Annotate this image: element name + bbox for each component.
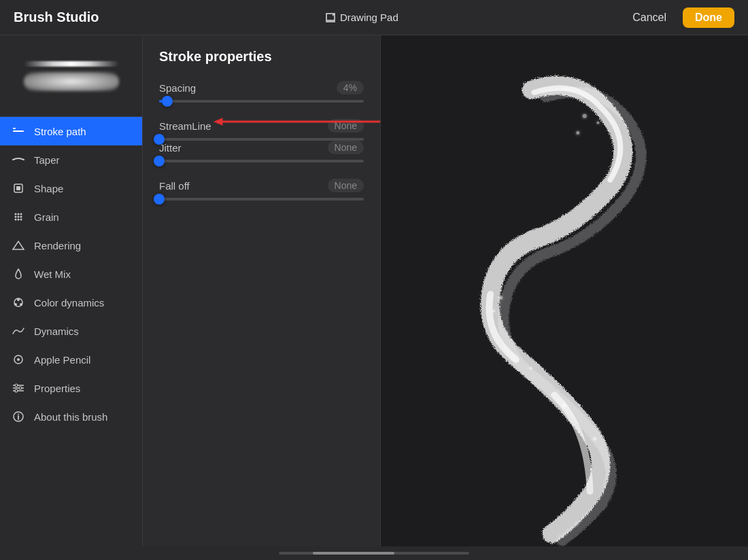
- sidebar-item-apple-pencil[interactable]: Apple Pencil: [0, 345, 142, 374]
- streamline-header: StreamLine None: [159, 119, 364, 133]
- svg-point-16: [20, 303, 22, 306]
- wet-mix-icon: [11, 266, 26, 281]
- sidebar-item-label-color-dynamics: Color dynamics: [34, 297, 104, 309]
- sidebar-item-dynamics[interactable]: Dynamics: [0, 317, 142, 345]
- sidebar-item-label-grain: Grain: [34, 211, 59, 223]
- brush-stroke-thick-preview: [24, 72, 119, 91]
- header-actions: Cancel Done: [624, 7, 734, 28]
- svg-point-8: [18, 216, 20, 218]
- jitter-slider-track[interactable]: [159, 160, 364, 162]
- svg-point-25: [15, 389, 18, 392]
- jitter-property: Jitter None: [159, 141, 364, 162]
- sidebar-item-label-properties: Properties: [34, 383, 80, 394]
- svg-point-6: [20, 213, 22, 215]
- svg-point-7: [15, 216, 17, 218]
- sidebar-item-shape[interactable]: Shape: [0, 174, 142, 203]
- streamline-value: None: [328, 119, 364, 133]
- sidebar-item-label-about: About this brush: [34, 411, 107, 423]
- main-layout: Stroke path Taper Sha: [0, 35, 748, 546]
- svg-point-11: [18, 219, 20, 221]
- sidebar-item-properties[interactable]: Properties: [0, 374, 142, 402]
- header: Brush Studio Drawing Pad Cancel Done: [0, 0, 748, 35]
- header-center: Drawing Pad: [317, 7, 407, 27]
- svg-point-10: [15, 219, 17, 221]
- falloff-header: Fall off None: [159, 179, 364, 192]
- sidebar-item-taper[interactable]: Taper: [0, 145, 142, 174]
- sidebar-item-grain[interactable]: Grain: [0, 203, 142, 231]
- drawing-pad-button[interactable]: Drawing Pad: [317, 7, 407, 27]
- content-title: Stroke properties: [159, 49, 364, 65]
- svg-point-4: [15, 213, 17, 215]
- sidebar-item-label-apple-pencil: Apple Pencil: [34, 354, 90, 366]
- sidebar-item-color-dynamics[interactable]: Color dynamics: [0, 288, 142, 317]
- horizontal-scrollbar-thumb[interactable]: [313, 552, 394, 555]
- sidebar-item-label-rendering: Rendering: [34, 240, 81, 251]
- falloff-slider-thumb[interactable]: [154, 194, 165, 205]
- color-dynamics-icon: [11, 295, 26, 310]
- drawing-pad-icon: [325, 12, 336, 23]
- spacing-label: Spacing: [159, 82, 196, 94]
- svg-point-38: [593, 437, 596, 440]
- svg-point-32: [596, 122, 599, 124]
- spacing-property: Spacing 4%: [159, 81, 364, 103]
- taper-icon: [11, 152, 26, 167]
- spacing-slider-thumb[interactable]: [162, 96, 173, 107]
- svg-point-23: [15, 384, 18, 387]
- svg-point-24: [19, 387, 22, 389]
- canvas-area[interactable]: [381, 35, 748, 546]
- horizontal-scrollbar-track[interactable]: [279, 552, 469, 555]
- brush-preview: [0, 35, 142, 117]
- svg-point-17: [14, 303, 17, 306]
- bottom-scrollbar-bar: [0, 546, 748, 560]
- spacing-header: Spacing 4%: [159, 81, 364, 94]
- app-title: Brush Studio: [14, 10, 99, 25]
- sidebar-item-stroke-path[interactable]: Stroke path: [0, 117, 142, 145]
- svg-point-37: [562, 403, 566, 407]
- svg-rect-3: [16, 186, 20, 190]
- sidebar: Stroke path Taper Sha: [0, 35, 143, 546]
- about-icon: [11, 409, 26, 424]
- svg-point-34: [498, 296, 503, 300]
- sidebar-item-wet-mix[interactable]: Wet Mix: [0, 260, 142, 288]
- sidebar-nav: Stroke path Taper Sha: [0, 117, 142, 546]
- brush-preview-inner: [17, 49, 126, 103]
- falloff-value: None: [328, 179, 364, 192]
- brush-strokes-canvas: [381, 35, 748, 546]
- sidebar-item-about[interactable]: About this brush: [0, 402, 142, 431]
- falloff-label: Fall off: [159, 180, 190, 192]
- falloff-slider-track[interactable]: [159, 198, 364, 200]
- dynamics-icon: [11, 323, 26, 338]
- sidebar-item-label-taper: Taper: [34, 154, 60, 166]
- spacing-value: 4%: [337, 81, 364, 94]
- streamline-slider-track[interactable]: [159, 138, 364, 141]
- brush-stroke-thin-preview: [24, 61, 119, 67]
- done-button[interactable]: Done: [683, 7, 734, 28]
- sidebar-item-rendering[interactable]: Rendering: [0, 231, 142, 260]
- jitter-header: Jitter None: [159, 141, 364, 154]
- svg-point-33: [576, 131, 579, 135]
- svg-marker-13: [13, 241, 24, 249]
- spacing-slider-track[interactable]: [159, 100, 364, 103]
- jitter-value: None: [328, 141, 364, 154]
- sidebar-item-label-dynamics: Dynamics: [34, 326, 79, 337]
- jitter-slider-thumb[interactable]: [154, 156, 165, 167]
- svg-point-19: [17, 358, 20, 361]
- streamline-slider-thumb[interactable]: [154, 134, 165, 145]
- sidebar-item-label-wet-mix: Wet Mix: [34, 268, 71, 280]
- properties-icon: [11, 381, 26, 396]
- sidebar-item-label-shape: Shape: [34, 183, 63, 194]
- streamline-label: StreamLine: [159, 120, 211, 132]
- rendering-icon: [11, 238, 26, 253]
- path-icon: [11, 124, 26, 139]
- svg-point-12: [20, 219, 22, 221]
- cancel-button[interactable]: Cancel: [624, 7, 675, 28]
- grain-icon: [11, 209, 26, 224]
- svg-point-31: [583, 114, 587, 118]
- svg-point-36: [530, 367, 532, 370]
- apple-pencil-icon: [11, 352, 26, 367]
- svg-point-9: [20, 216, 22, 218]
- svg-point-28: [18, 414, 19, 415]
- svg-point-15: [17, 298, 20, 301]
- shape-icon: [11, 181, 26, 196]
- svg-point-35: [492, 310, 495, 313]
